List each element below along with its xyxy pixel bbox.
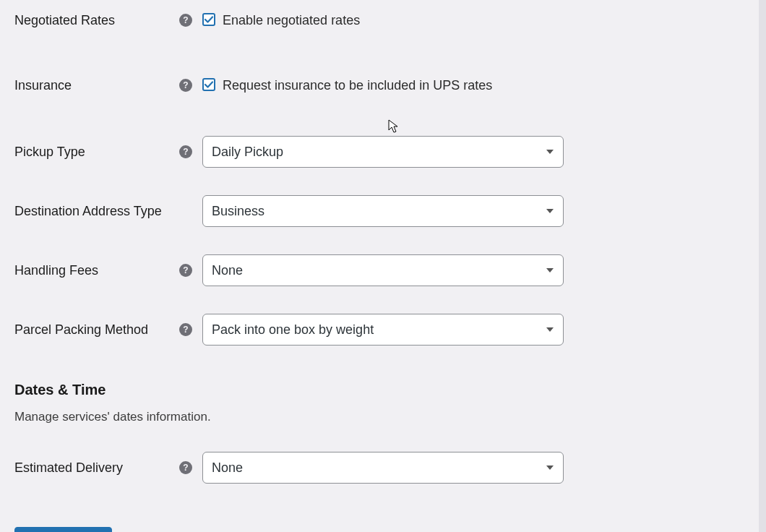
estimated-delivery-select[interactable]: None	[202, 452, 564, 484]
section-dates-time-desc: Manage services' dates information.	[0, 398, 766, 424]
row-handling-fees: Handling Fees ? None	[0, 254, 766, 286]
handling-fees-label: Handling Fees	[14, 263, 98, 278]
estimated-delivery-label: Estimated Delivery	[14, 460, 123, 476]
save-button[interactable]: Save changes	[14, 527, 112, 532]
row-insurance: Insurance ? Request insurance to be incl…	[0, 71, 766, 100]
insurance-label: Insurance	[14, 78, 72, 93]
parcel-packing-method-select[interactable]: Pack into one box by weight	[202, 314, 564, 346]
pickup-type-select[interactable]: Daily Pickup	[202, 136, 564, 168]
help-icon[interactable]: ?	[179, 264, 192, 277]
scrollbar[interactable]	[759, 0, 766, 532]
pickup-type-label: Pickup Type	[14, 145, 85, 160]
row-negotiated-rates: Negotiated Rates ? Enable negotiated rat…	[0, 6, 766, 35]
section-dates-time-heading: Dates & Time	[0, 382, 766, 398]
handling-fees-select[interactable]: None	[202, 254, 564, 286]
row-pickup-type: Pickup Type ? Daily Pickup	[0, 136, 766, 168]
insurance-checkbox-label: Request insurance to be included in UPS …	[223, 78, 492, 93]
negotiated-rates-label: Negotiated Rates	[14, 13, 115, 28]
help-icon[interactable]: ?	[179, 323, 192, 336]
parcel-packing-method-label: Parcel Packing Method	[14, 322, 148, 338]
row-parcel-packing-method: Parcel Packing Method ? Pack into one bo…	[0, 314, 766, 346]
destination-address-type-label: Destination Address Type	[14, 204, 162, 219]
row-estimated-delivery: Estimated Delivery ? None	[0, 452, 766, 484]
help-icon[interactable]: ?	[179, 145, 192, 158]
insurance-checkbox[interactable]	[202, 78, 215, 91]
destination-address-type-select[interactable]: Business	[202, 195, 564, 227]
help-icon[interactable]: ?	[179, 79, 192, 92]
help-icon[interactable]: ?	[179, 14, 192, 27]
negotiated-rates-checkbox[interactable]	[202, 13, 215, 26]
negotiated-rates-checkbox-label: Enable negotiated rates	[223, 13, 360, 28]
help-icon[interactable]: ?	[179, 461, 192, 474]
row-destination-address-type: Destination Address Type Business	[0, 195, 766, 227]
